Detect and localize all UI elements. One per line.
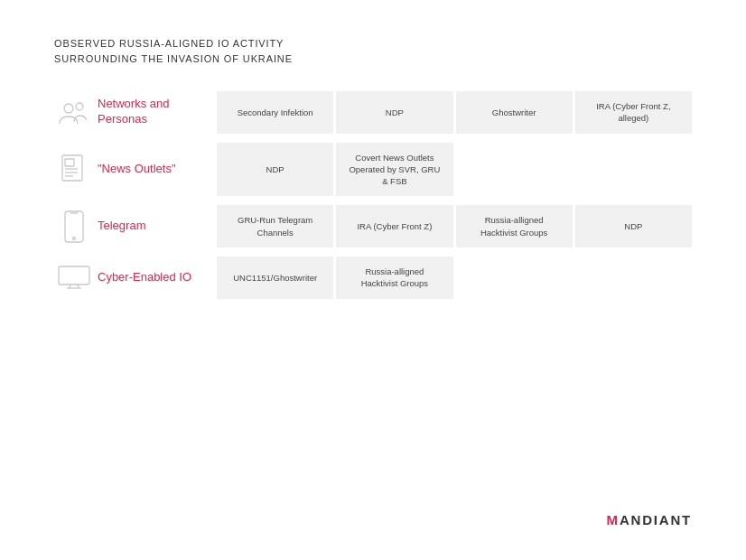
cell-cyber-3	[575, 257, 692, 299]
cell-networks-2: Ghostwriter	[456, 91, 573, 134]
svg-point-0	[64, 104, 73, 113]
cyber-label: Cyber-Enabled IO	[94, 270, 191, 285]
cell-networks-0: Secondary Infektion	[217, 91, 333, 134]
cell-telegram-0: GRU-Run Telegram Channels	[217, 205, 333, 247]
cell-cyber-2	[456, 257, 573, 299]
cell-news-1: Covert News Outlets Operated by SVR, GRU…	[336, 143, 452, 197]
row-news: "News Outlets"NDPCovert News Outlets Ope…	[54, 143, 692, 197]
cell-cyber-0: UNC1151/Ghostwriter	[217, 257, 333, 299]
svg-rect-10	[59, 266, 89, 285]
networks-icon	[54, 98, 94, 126]
news-label: "News Outlets"	[94, 162, 176, 177]
cell-networks-1: NDP	[336, 91, 452, 134]
cell-news-2	[456, 143, 573, 197]
cell-news-0: NDP	[217, 143, 333, 197]
networks-label: Networks and Personas	[94, 97, 217, 127]
svg-point-1	[76, 103, 83, 110]
main-title: OBSERVED RUSSIA-ALIGNED IO ACTIVITY SURR…	[54, 36, 692, 66]
logo-rest: ANDIANT	[620, 512, 692, 527]
telegram-label: Telegram	[94, 219, 145, 234]
table-area: Networks and PersonasSecondary Infektion…	[54, 91, 692, 299]
row-networks: Networks and PersonasSecondary Infektion…	[54, 91, 692, 134]
row-cyber: Cyber-Enabled IOUNC1151/GhostwriterRussi…	[54, 257, 692, 299]
telegram-icon	[54, 210, 94, 243]
cell-telegram-1: IRA (Cyber Front Z)	[336, 205, 452, 247]
cell-cyber-1: Russia-alligned Hacktivist Groups	[336, 257, 452, 299]
logo-m: M	[607, 512, 620, 527]
cell-news-3	[575, 143, 692, 197]
row-telegram: TelegramGRU-Run Telegram ChannelsIRA (Cy…	[54, 205, 692, 247]
svg-rect-3	[65, 159, 74, 166]
cell-networks-3: IRA (Cyber Front Z, alleged)	[575, 91, 692, 134]
cell-telegram-3: NDP	[575, 205, 692, 247]
news-icon	[54, 154, 94, 185]
cyber-icon	[54, 266, 94, 289]
page: OBSERVED RUSSIA-ALIGNED IO ACTIVITY SURR…	[0, 0, 746, 560]
cell-telegram-2: Russia-alligned Hacktivist Groups	[456, 205, 573, 247]
mandiant-logo: MANDIANT	[607, 512, 692, 527]
svg-point-9	[73, 237, 76, 239]
